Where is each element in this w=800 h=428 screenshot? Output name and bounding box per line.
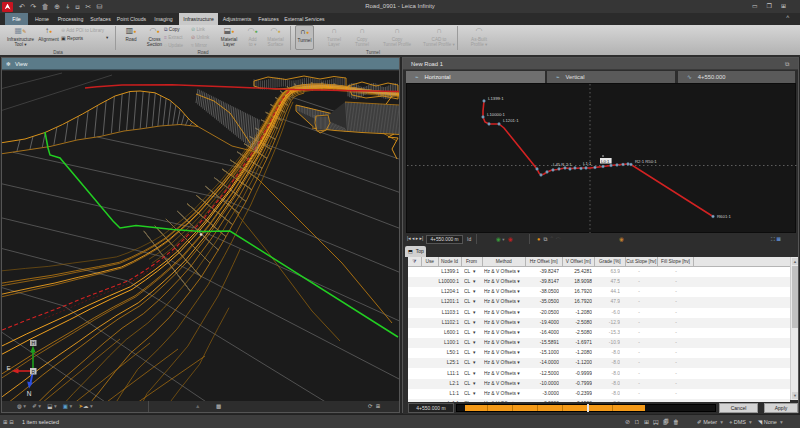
svg-text:L45 R.2:1: L45 R.2:1 — [553, 162, 572, 167]
svg-text:H: H — [31, 340, 35, 346]
svg-text:R601:1: R601:1 — [717, 214, 731, 219]
svg-text:L10000:1: L10000:1 — [487, 112, 506, 117]
svg-text:N: N — [27, 390, 32, 397]
svg-text:R: R — [31, 369, 35, 375]
svg-text:L0:1: L0:1 — [601, 159, 610, 164]
svg-text:E: E — [6, 365, 10, 371]
svg-text:L1:1: L1:1 — [583, 161, 592, 166]
svg-text:L1399:1: L1399:1 — [488, 96, 504, 101]
svg-text:R2:1 R50:1: R2:1 R50:1 — [635, 159, 657, 164]
svg-text:L1201:1: L1201:1 — [503, 118, 519, 123]
